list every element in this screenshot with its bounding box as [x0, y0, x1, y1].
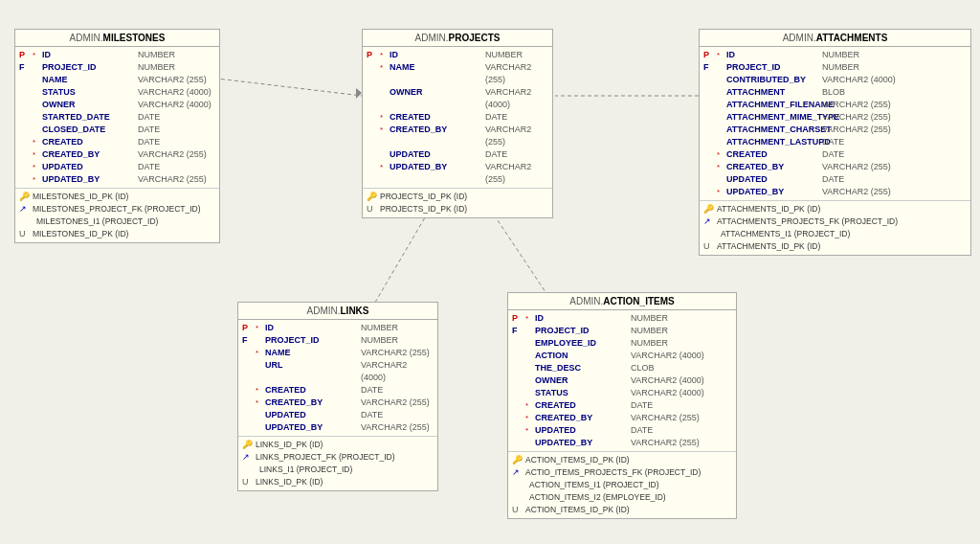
attachments-title: ADMIN.ATTACHMENTS — [700, 30, 970, 47]
diagram-canvas: ADMIN.MILESTONES P*IDNUMBER F PROJECT_ID… — [0, 0, 980, 544]
svg-line-0 — [201, 77, 362, 96]
action-items-title: ADMIN.ACTION_ITEMS — [508, 293, 736, 310]
milestones-columns: P*IDNUMBER F PROJECT_IDNUMBER NAMEVARCHA… — [15, 47, 219, 242]
projects-columns: P*IDNUMBER *NAMEVARCHAR2 (255) OWNERVARC… — [363, 47, 552, 217]
action-items-columns: P*IDNUMBER F PROJECT_IDNUMBER EMPLOYEE_I… — [508, 310, 736, 518]
links-columns: P*IDNUMBER F PROJECT_IDNUMBER *NAMEVARCH… — [238, 320, 437, 490]
milestones-title: ADMIN.MILESTONES — [15, 30, 219, 47]
attachments-columns: P*IDNUMBER F PROJECT_IDNUMBER CONTRIBUTE… — [700, 47, 970, 255]
table-links[interactable]: ADMIN.LINKS P*IDNUMBER F PROJECT_IDNUMBE… — [237, 302, 438, 491]
table-milestones[interactable]: ADMIN.MILESTONES P*IDNUMBER F PROJECT_ID… — [14, 29, 220, 243]
links-title: ADMIN.LINKS — [238, 303, 437, 320]
table-attachments[interactable]: ADMIN.ATTACHMENTS P*IDNUMBER F PROJECT_I… — [699, 29, 971, 256]
projects-title: ADMIN.PROJECTS — [363, 30, 552, 47]
table-action-items[interactable]: ADMIN.ACTION_ITEMS P*IDNUMBER F PROJECT_… — [507, 292, 737, 519]
table-projects[interactable]: ADMIN.PROJECTS P*IDNUMBER *NAMEVARCHAR2 … — [362, 29, 553, 218]
